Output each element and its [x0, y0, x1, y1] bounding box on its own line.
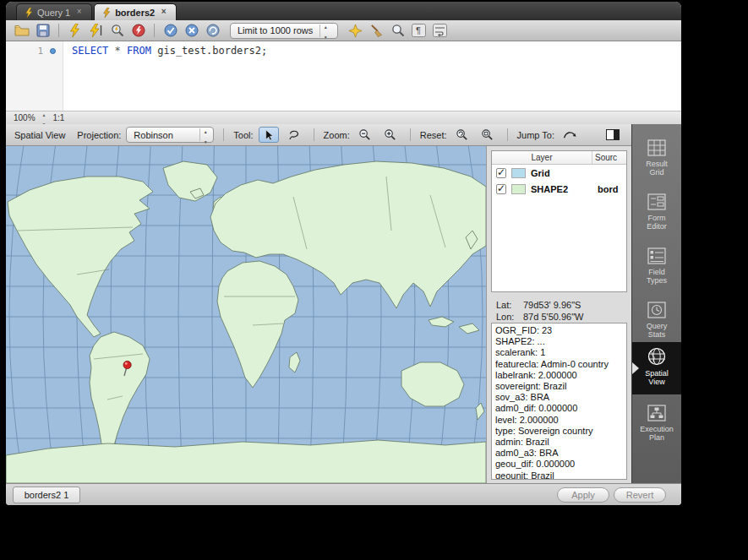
sidebar-item-result-grid[interactable]: Result Grid — [632, 134, 681, 183]
apply-button[interactable]: Apply — [557, 487, 609, 503]
spatial-content: Layer Sourc Grid SHAPE2 bord — [6, 146, 631, 483]
spatial-view-title: Spatial View — [14, 130, 65, 140]
limit-dropdown[interactable]: Limit to 1000 rows — [230, 23, 338, 39]
reset-zoom-icon — [456, 128, 468, 141]
limit-dropdown-value: Limit to 1000 rows — [238, 25, 313, 35]
toolbar-separator — [154, 24, 155, 37]
sidebar-item-execution-plan[interactable]: Execution Plan — [632, 400, 681, 449]
field-types-icon — [646, 247, 668, 265]
lasso-tool-button[interactable] — [284, 127, 304, 143]
main-content: Spatial View Projection: Robinson Tool: … — [6, 124, 681, 483]
attribute-line: scalerank: 1 — [495, 347, 626, 358]
layer-row-shape2[interactable]: SHAPE2 bord — [492, 181, 626, 197]
bolt-icon — [25, 8, 33, 18]
explain-button[interactable] — [108, 22, 126, 39]
attribute-line: geounit: Brazil — [495, 470, 626, 480]
open-file-button[interactable] — [13, 22, 30, 39]
execution-plan-icon — [646, 404, 668, 422]
editor-gutter: 1 — [6, 41, 63, 111]
sidebar-item-label: Form Editor — [638, 214, 675, 231]
layers-col-source: Sourc — [592, 151, 626, 164]
tool-label: Tool: — [233, 130, 253, 140]
sql-editor[interactable]: 1 SELECT * FROM gis_test.borders2; — [6, 41, 681, 111]
fit-view-button[interactable] — [478, 127, 498, 143]
jump-swoosh-icon — [563, 129, 577, 140]
layers-list[interactable]: Layer Sourc Grid SHAPE2 bord — [491, 150, 627, 292]
map-canvas — [6, 146, 486, 483]
revert-button[interactable]: Revert — [614, 487, 666, 503]
layer-name: Grid — [531, 168, 550, 178]
cursor-arrow-icon — [263, 129, 274, 141]
close-icon[interactable] — [159, 8, 168, 17]
result-tab-label: borders2 1 — [25, 490, 69, 500]
world-map[interactable] — [6, 146, 486, 483]
form-editor-icon — [646, 193, 668, 211]
jump-to-button[interactable] — [560, 127, 580, 143]
layer-row-grid[interactable]: Grid — [492, 165, 626, 181]
editor-zoom-value: 100% — [14, 113, 35, 122]
zoom-out-icon — [358, 128, 371, 141]
layer-checkbox[interactable] — [496, 168, 506, 178]
attribute-line: admin: Brazil — [495, 437, 626, 448]
attribute-line: adm0_a3: BRA — [495, 448, 626, 459]
execute-button[interactable] — [66, 22, 84, 39]
tab-query1[interactable]: Query 1 — [16, 3, 92, 20]
star-snippet-icon — [348, 24, 363, 38]
screenshot-root: Query 1 borders2 — [0, 0, 748, 560]
svg-text:¶: ¶ — [416, 25, 421, 35]
result-sidebar: Result Grid Form Editor — [631, 124, 681, 483]
autocommit-arrows-icon — [206, 24, 220, 37]
save-snippet-button[interactable] — [347, 22, 364, 39]
cursor-position: 1:1 — [53, 113, 65, 122]
wrap-text-button[interactable] — [431, 22, 449, 39]
lat-value: 79d53' 9.96"S — [523, 300, 581, 310]
split-pane-icon — [606, 129, 620, 140]
spatial-view-panel: Spatial View Projection: Robinson Tool: … — [6, 124, 631, 483]
attribute-line: type: Sovereign country — [495, 426, 626, 437]
pointer-tool-button[interactable] — [259, 127, 279, 143]
execute-current-icon — [90, 24, 103, 37]
zoom-out-button[interactable] — [355, 127, 375, 143]
autocommit-button[interactable] — [204, 22, 221, 39]
toolbar-separator — [314, 128, 314, 141]
layer-checkbox[interactable] — [496, 184, 506, 194]
zoom-in-button[interactable] — [380, 127, 401, 143]
layer-source: bord — [598, 184, 618, 194]
tab-borders2[interactable]: borders2 — [94, 3, 177, 20]
save-button[interactable] — [34, 22, 52, 39]
show-invisibles-button[interactable]: ¶ — [410, 22, 428, 39]
longitude-readout: Lon: 87d 5'50.96"W — [496, 312, 583, 322]
sidebar-item-query-stats[interactable]: Query Stats — [632, 296, 681, 345]
sidebar-item-form-editor[interactable]: Form Editor — [632, 188, 681, 237]
reset-zoom-button[interactable] — [452, 127, 472, 143]
beautify-button[interactable] — [368, 22, 385, 39]
sidebar-item-label: Execution Plan — [638, 425, 675, 442]
lasso-icon — [287, 128, 300, 141]
commit-check-icon — [164, 24, 177, 37]
search-icon — [391, 24, 405, 37]
feature-attributes[interactable]: OGR_FID: 23 SHAPE2: ... scalerank: 1 fea… — [491, 323, 627, 480]
toolbar-separator — [223, 128, 224, 141]
commit-button[interactable] — [161, 22, 179, 39]
attribute-line: OGR_FID: 23 — [495, 325, 626, 336]
sql-code[interactable]: SELECT * FROM gis_test.borders2; — [63, 41, 267, 111]
rollback-button[interactable] — [183, 22, 200, 39]
toggle-panel-button[interactable] — [603, 127, 623, 143]
broom-icon — [369, 24, 384, 38]
result-grid-icon — [646, 139, 668, 157]
projection-dropdown[interactable]: Robinson — [126, 127, 214, 143]
sidebar-item-spatial-view[interactable]: Spatial View — [632, 342, 681, 394]
sidebar-item-field-types[interactable]: Field Types — [632, 242, 681, 291]
attribute-line: level: 2.000000 — [495, 415, 626, 426]
attribute-line: labelrank: 2.000000 — [495, 370, 626, 381]
attribute-line: sov_a3: BRA — [495, 392, 626, 403]
find-button[interactable] — [389, 22, 407, 39]
close-icon[interactable] — [74, 8, 84, 17]
sidebar-item-label: Result Grid — [638, 160, 675, 177]
layers-col-layer: Layer — [492, 151, 592, 164]
execute-current-button[interactable] — [87, 22, 105, 39]
result-tab-borders2[interactable]: borders2 1 — [13, 487, 80, 503]
stop-button[interactable] — [129, 22, 147, 39]
layers-header: Layer Sourc — [492, 151, 626, 165]
sql-operator: * — [115, 45, 121, 57]
